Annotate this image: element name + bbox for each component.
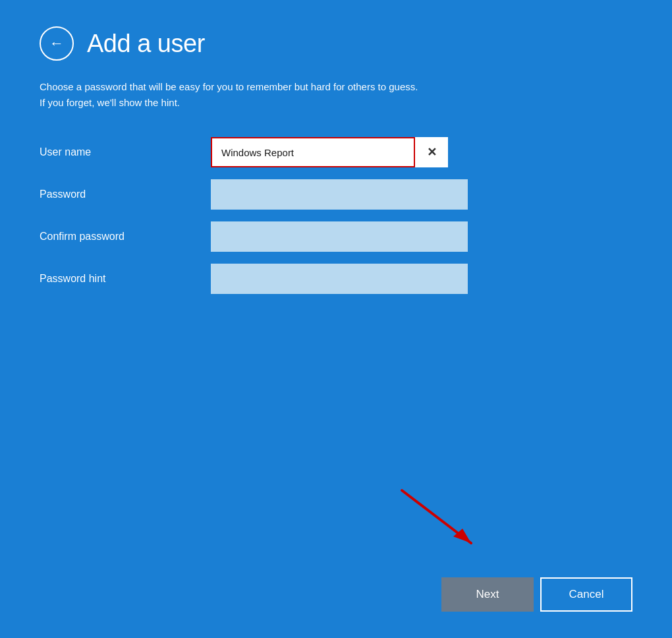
password-hint-input-wrapper xyxy=(211,264,468,294)
subtitle-line1: Choose a password that will be easy for … xyxy=(40,81,418,92)
password-input-wrapper xyxy=(211,179,468,210)
form-container: User name ✕ Password Confirm password Pa… xyxy=(40,137,632,306)
bottom-buttons: Next Cancel xyxy=(441,577,632,612)
next-button[interactable]: Next xyxy=(441,577,534,612)
clear-username-button[interactable]: ✕ xyxy=(415,137,448,167)
page-container: ← Add a user Choose a password that will… xyxy=(0,0,672,638)
subtitle: Choose a password that will be easy for … xyxy=(40,79,632,111)
page-title: Add a user xyxy=(87,30,205,58)
back-button[interactable]: ← xyxy=(40,26,74,61)
password-input[interactable] xyxy=(211,179,468,210)
confirm-password-label: Confirm password xyxy=(40,231,211,243)
confirm-password-input[interactable] xyxy=(211,221,468,252)
username-input-wrapper: ✕ xyxy=(211,137,448,167)
cancel-button[interactable]: Cancel xyxy=(540,577,632,612)
username-input[interactable] xyxy=(211,137,415,167)
confirm-password-row: Confirm password xyxy=(40,221,632,252)
header: ← Add a user xyxy=(40,26,632,61)
confirm-password-input-wrapper xyxy=(211,221,468,252)
password-hint-row: Password hint xyxy=(40,264,632,294)
password-row: Password xyxy=(40,179,632,210)
username-label: User name xyxy=(40,146,211,158)
username-row: User name ✕ xyxy=(40,137,632,167)
back-arrow-icon: ← xyxy=(49,36,64,51)
password-hint-input[interactable] xyxy=(211,264,468,294)
subtitle-line2: If you forget, we'll show the hint. xyxy=(40,97,180,108)
password-label: Password xyxy=(40,188,211,200)
password-hint-label: Password hint xyxy=(40,273,211,285)
